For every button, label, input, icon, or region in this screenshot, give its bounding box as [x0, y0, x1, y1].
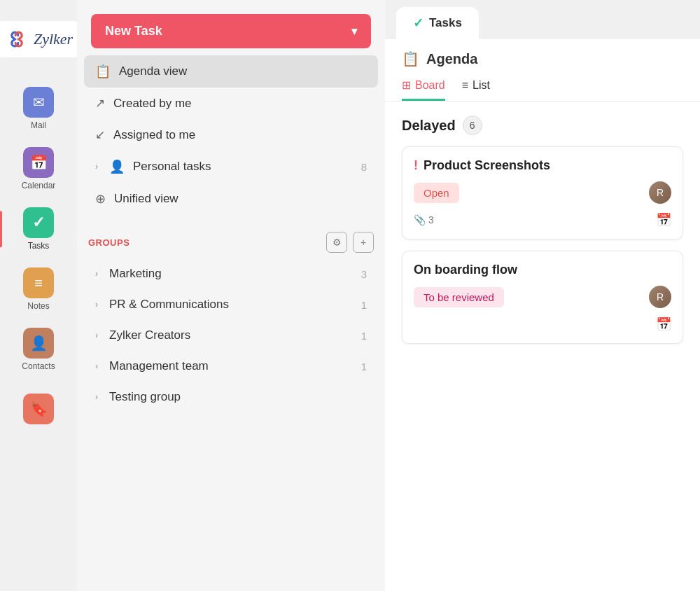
groups-add-button[interactable]: +	[353, 232, 374, 253]
calendar-icon-box: 📅	[23, 147, 54, 178]
creators-label: Zylker Creators	[109, 328, 190, 342]
list-tab-label: List	[472, 79, 490, 92]
groups-settings-button[interactable]: ⚙	[326, 232, 347, 253]
groups-header: GROUPS ⚙ +	[77, 221, 385, 258]
personal-chevron-icon: ›	[95, 162, 98, 172]
management-count: 1	[361, 361, 367, 373]
group-item-pr[interactable]: › PR & Communications 1	[84, 289, 378, 320]
sidebar-item-unified[interactable]: ⊕ Unified view	[84, 183, 378, 215]
bookmark-icon: 🔖	[30, 401, 48, 417]
calendar-date-icon: 📅	[656, 212, 671, 228]
task-title: On boarding flow	[414, 263, 671, 277]
task-card-footer: 📎 3 📅	[414, 212, 671, 228]
view-tabs: ⊞ Board ≡ List	[402, 78, 683, 101]
calendar-label: Calendar	[22, 181, 56, 190]
main-sidebar: New Task ▾ 📋 Agenda view ↗ Created by me…	[77, 0, 385, 591]
group-item-testing[interactable]: › Testing group	[84, 382, 378, 412]
sidebar-item-notes[interactable]: ≡ Notes	[0, 259, 77, 319]
testing-chevron-icon: ›	[95, 392, 98, 402]
tasks-tab-check-icon: ✓	[413, 15, 424, 31]
sidebar-item-bookmark[interactable]: 🔖	[0, 385, 77, 433]
new-task-button[interactable]: New Task ▾	[91, 14, 371, 48]
testing-label: Testing group	[109, 390, 181, 404]
task-title-text: Product Screenshots	[424, 158, 550, 173]
tasks-icon-box: ✓	[23, 207, 54, 238]
notes-icon: ≡	[34, 275, 43, 291]
marketing-chevron-icon: ›	[95, 269, 98, 279]
task-title-text: On boarding flow	[414, 263, 517, 277]
contacts-icon: 👤	[30, 335, 48, 352]
contacts-label: Contacts	[22, 361, 55, 371]
personal-count: 8	[361, 161, 367, 173]
attachment-info: 📎 3	[414, 214, 434, 225]
svg-rect-0	[4, 27, 29, 52]
sidebar-item-assigned[interactable]: ↙ Assigned to me	[84, 119, 378, 151]
logo-area: Zylker	[0, 14, 77, 64]
avatar: R	[649, 181, 671, 204]
content-header: 📋 Agenda ⊞ Board ≡ List	[385, 39, 700, 102]
priority-icon: !	[414, 158, 418, 173]
avatar-img: R	[649, 181, 671, 204]
task-title: ! Product Screenshots	[414, 158, 671, 173]
notes-icon-box: ≡	[23, 267, 54, 298]
agenda-view-label: Agenda view	[119, 64, 187, 78]
sidebar-item-mail[interactable]: ✉ Mail	[0, 78, 77, 139]
sidebar-item-personal[interactable]: › 👤 Personal tasks 8	[84, 151, 378, 183]
logo-text: Zylker	[34, 30, 73, 48]
sidebar-item-calendar[interactable]: 📅 Calendar	[0, 139, 77, 199]
management-label: Management team	[109, 359, 209, 373]
group-item-zylker-creators[interactable]: › Zylker Creators 1	[84, 320, 378, 351]
tab-board[interactable]: ⊞ Board	[402, 78, 445, 101]
tasks-tab-label: Tasks	[429, 16, 462, 30]
status-badge: To be reviewed	[414, 287, 504, 307]
sidebar-item-contacts[interactable]: 👤 Contacts	[0, 319, 77, 380]
group-item-management[interactable]: › Management team 1	[84, 351, 378, 382]
tab-list[interactable]: ≡ List	[462, 78, 490, 101]
tasks-tab-bar: ✓ Tasks	[385, 0, 700, 39]
groups-actions: ⚙ +	[326, 232, 374, 253]
sidebar-item-tasks[interactable]: ✓ Tasks	[0, 199, 77, 259]
tasks-check-icon: ✓	[32, 214, 45, 232]
created-label: Created by me	[113, 97, 192, 111]
mail-icon-box: ✉	[23, 87, 54, 118]
task-card-row: To be reviewed R	[414, 286, 671, 308]
calendar-icon: 📅	[30, 154, 48, 171]
new-task-chevron-icon: ▾	[351, 25, 357, 38]
groups-label: GROUPS	[88, 237, 326, 248]
sidebar-menu: 📋 Agenda view ↗ Created by me ↙ Assigned…	[77, 55, 385, 215]
assigned-icon: ↙	[95, 127, 105, 142]
content-panel: ✓ Tasks 📋 Agenda ⊞ Board ≡ List Delayed	[385, 0, 700, 591]
task-card[interactable]: On boarding flow To be reviewed R 📅	[402, 251, 683, 344]
attachment-icon: 📎	[414, 214, 426, 225]
personal-icon: 👤	[109, 159, 125, 174]
board-column-header: Delayed 6	[402, 116, 683, 135]
assigned-label: Assigned to me	[113, 128, 195, 142]
sidebar-item-created[interactable]: ↗ Created by me	[84, 88, 378, 119]
logo-box: Zylker	[0, 21, 83, 57]
mail-icon: ✉	[33, 94, 45, 111]
marketing-label: Marketing	[109, 267, 162, 281]
new-task-label: New Task	[105, 24, 162, 39]
task-card[interactable]: ! Product Screenshots Open R 📎 3 📅	[402, 146, 683, 239]
sidebar-item-agenda[interactable]: 📋 Agenda view	[84, 55, 378, 88]
management-chevron-icon: ›	[95, 361, 98, 371]
avatar-img: R	[649, 286, 671, 308]
settings-icon: ⚙	[332, 237, 342, 248]
group-item-marketing[interactable]: › Marketing 3	[84, 258, 378, 289]
calendar-date-icon: 📅	[656, 317, 671, 332]
column-count: 6	[463, 116, 482, 135]
unified-icon: ⊕	[95, 191, 106, 207]
created-icon: ↗	[95, 96, 105, 111]
mail-label: Mail	[31, 120, 46, 130]
task-card-footer: 📅	[414, 317, 671, 332]
tasks-tab[interactable]: ✓ Tasks	[396, 7, 479, 39]
pr-chevron-icon: ›	[95, 300, 98, 310]
list-tab-icon: ≡	[462, 79, 468, 92]
contacts-icon-box: 👤	[23, 328, 54, 359]
icon-sidebar: Zylker ✉ Mail 📅 Calendar ✓ Tasks ≡ Notes…	[0, 0, 77, 591]
add-icon: +	[360, 237, 366, 248]
agenda-header-icon: 📋	[402, 50, 419, 67]
tasks-label: Tasks	[28, 241, 50, 251]
agenda-view-icon: 📋	[95, 64, 111, 79]
bookmark-icon-box: 🔖	[23, 394, 54, 424]
